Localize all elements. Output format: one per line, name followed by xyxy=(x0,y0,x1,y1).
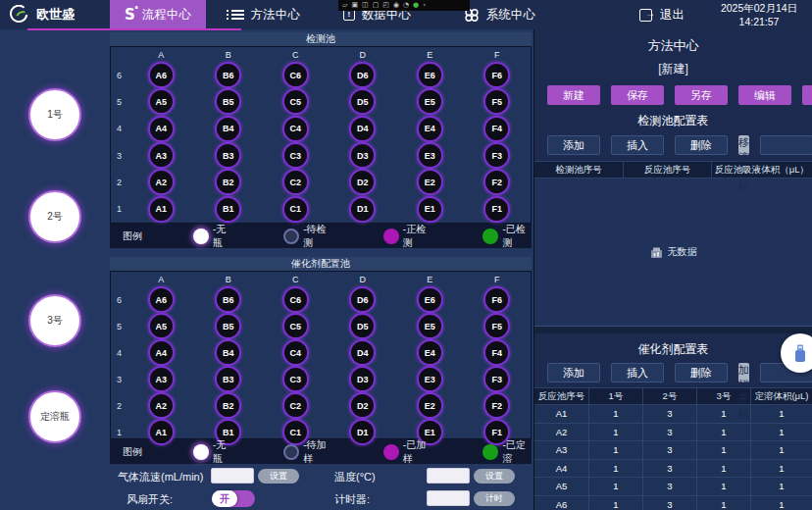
well-A2[interactable]: A2 xyxy=(148,392,175,419)
sampling-start-button[interactable]: 加样开始 xyxy=(738,363,749,382)
well-E1[interactable]: E1 xyxy=(417,196,443,223)
bottle-3号[interactable]: 3号 xyxy=(28,294,81,347)
button-另存[interactable]: 另存 xyxy=(675,85,728,105)
temperature-set-button[interactable]: 设置 xyxy=(474,469,515,484)
usb-device-button[interactable] xyxy=(781,333,812,373)
well-E6[interactable]: E6 xyxy=(417,62,443,88)
well-F3[interactable]: F3 xyxy=(483,142,510,169)
well-D6[interactable]: D6 xyxy=(349,286,376,313)
well-D2[interactable]: D2 xyxy=(349,169,376,195)
timer-icon[interactable]: ◔ xyxy=(403,1,409,10)
well-B2[interactable]: B2 xyxy=(215,392,241,419)
well-F2[interactable]: F2 xyxy=(483,392,510,419)
well-F5[interactable]: F5 xyxy=(483,313,510,339)
partial-button[interactable] xyxy=(760,135,812,155)
button-插入[interactable]: 插入 xyxy=(611,135,664,155)
well-B3[interactable]: B3 xyxy=(215,142,241,169)
well-E3[interactable]: E3 xyxy=(417,366,443,392)
well-A6[interactable]: A6 xyxy=(148,62,175,88)
well-D1[interactable]: D1 xyxy=(349,196,376,223)
well-F5[interactable]: F5 xyxy=(483,88,510,115)
gas-flow-set-button[interactable]: 设置 xyxy=(258,469,299,484)
table-row-A4[interactable]: A41311 xyxy=(534,460,812,479)
well-E3[interactable]: E3 xyxy=(417,142,443,169)
annotate-icon[interactable]: ▱ xyxy=(342,1,347,10)
well-B4[interactable]: B4 xyxy=(215,339,241,366)
button-添加[interactable]: 添加 xyxy=(547,135,600,155)
well-D3[interactable]: D3 xyxy=(349,366,376,392)
well-B6[interactable]: B6 xyxy=(215,286,241,313)
button-编辑[interactable]: 编辑 xyxy=(738,85,791,105)
pointer-icon[interactable]: ◫ xyxy=(362,1,369,10)
well-B5[interactable]: B5 xyxy=(215,88,241,115)
well-C2[interactable]: C2 xyxy=(282,169,309,195)
well-E2[interactable]: E2 xyxy=(417,169,443,195)
button-保存[interactable]: 保存 xyxy=(611,85,664,105)
table-row-A5[interactable]: A51311 xyxy=(534,478,812,496)
well-B4[interactable]: B4 xyxy=(215,116,241,142)
well-E2[interactable]: E2 xyxy=(417,392,443,419)
well-C3[interactable]: C3 xyxy=(282,142,309,169)
button-新建[interactable]: 新建 xyxy=(547,85,600,105)
button-删除[interactable]: 删除 xyxy=(675,363,728,382)
exit-button[interactable]: 退出 xyxy=(639,7,685,24)
well-C3[interactable]: C3 xyxy=(282,366,309,392)
well-A3[interactable]: A3 xyxy=(148,142,175,169)
table-row-A3[interactable]: A31311 xyxy=(534,441,812,460)
well-F2[interactable]: F2 xyxy=(483,169,510,195)
collapse-icon[interactable]: ‹ xyxy=(423,1,426,10)
button-添加[interactable]: 添加 xyxy=(547,363,600,382)
fan-toggle[interactable]: 开 xyxy=(212,490,255,507)
well-C4[interactable]: C4 xyxy=(282,116,309,142)
well-F3[interactable]: F3 xyxy=(483,366,510,392)
well-C5[interactable]: C5 xyxy=(282,88,309,115)
well-C4[interactable]: C4 xyxy=(282,339,309,366)
well-D3[interactable]: D3 xyxy=(349,142,376,169)
well-D6[interactable]: D6 xyxy=(349,62,376,88)
bottle-1号[interactable]: 1号 xyxy=(28,88,81,141)
partial-button[interactable] xyxy=(802,85,812,105)
well-E4[interactable]: E4 xyxy=(417,116,443,142)
well-F1[interactable]: F1 xyxy=(483,196,510,223)
table-row-A6[interactable]: A61311 xyxy=(534,496,812,510)
well-E6[interactable]: E6 xyxy=(417,286,443,313)
well-C5[interactable]: C5 xyxy=(282,313,309,339)
well-A4[interactable]: A4 xyxy=(148,116,175,142)
well-D5[interactable]: D5 xyxy=(349,88,376,115)
gas-flow-input[interactable] xyxy=(211,468,254,484)
well-A5[interactable]: A5 xyxy=(148,313,175,339)
nav-process[interactable]: S流程中心 xyxy=(110,0,206,29)
pipette-start-button[interactable]: 移液开始 xyxy=(738,135,749,155)
button-删除[interactable]: 删除 xyxy=(675,135,728,155)
well-E4[interactable]: E4 xyxy=(417,339,443,366)
well-F6[interactable]: F6 xyxy=(483,62,510,88)
well-A3[interactable]: A3 xyxy=(148,366,175,392)
well-E5[interactable]: E5 xyxy=(417,313,443,339)
well-F4[interactable]: F4 xyxy=(483,116,510,142)
well-C6[interactable]: C6 xyxy=(282,286,309,313)
well-D4[interactable]: D4 xyxy=(349,339,376,366)
well-B5[interactable]: B5 xyxy=(215,313,241,339)
well-D4[interactable]: D4 xyxy=(349,116,376,142)
well-B3[interactable]: B3 xyxy=(215,366,241,392)
button-插入[interactable]: 插入 xyxy=(611,363,664,382)
temperature-input[interactable] xyxy=(427,468,470,484)
well-A1[interactable]: A1 xyxy=(148,196,175,223)
well-B1[interactable]: B1 xyxy=(215,196,241,223)
film-icon[interactable]: ◉ xyxy=(393,1,399,10)
well-A5[interactable]: A5 xyxy=(148,88,175,115)
record-icon[interactable]: ● xyxy=(413,1,419,10)
camera-icon[interactable]: ▣ xyxy=(351,1,358,10)
table-row-A2[interactable]: A21311 xyxy=(534,424,812,442)
well-A2[interactable]: A2 xyxy=(148,169,175,195)
well-A6[interactable]: A6 xyxy=(148,286,175,313)
timer-input[interactable] xyxy=(427,490,470,506)
bottle-定溶瓶[interactable]: 定溶瓶 xyxy=(28,390,81,443)
well-B6[interactable]: B6 xyxy=(215,62,241,88)
capture-icon[interactable]: ◰ xyxy=(382,1,389,10)
well-E5[interactable]: E5 xyxy=(417,88,443,115)
well-C2[interactable]: C2 xyxy=(282,392,309,419)
well-F4[interactable]: F4 xyxy=(483,339,510,366)
well-C1[interactable]: C1 xyxy=(282,196,309,223)
well-C6[interactable]: C6 xyxy=(282,62,309,88)
